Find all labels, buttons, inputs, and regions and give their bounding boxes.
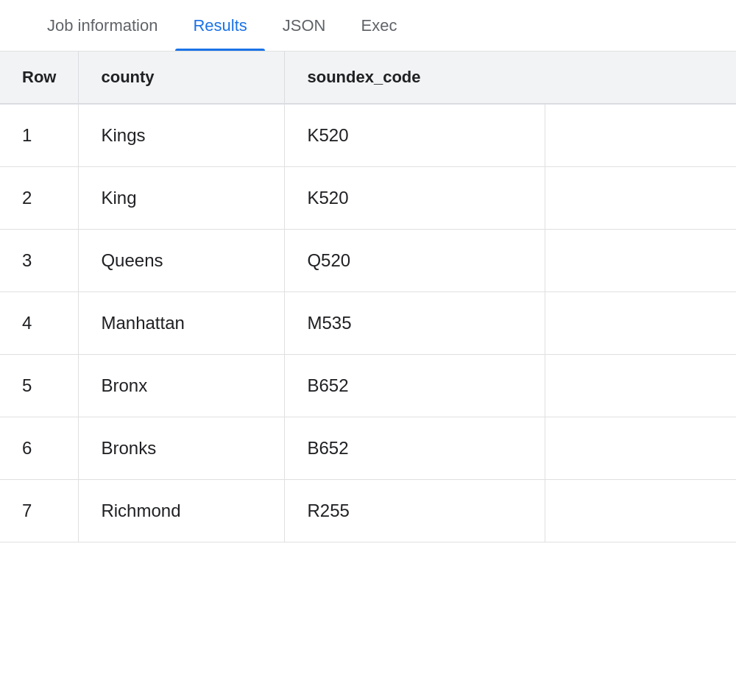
cell-county: Manhattan [79, 292, 285, 355]
cell-county: King [79, 167, 285, 230]
table-row: 4ManhattanM535 [0, 292, 736, 355]
cell-row-number: 5 [0, 355, 79, 417]
cell-row-number: 2 [0, 167, 79, 230]
table-row: 1KingsK520 [0, 104, 736, 167]
cell-county: Bronks [79, 417, 285, 480]
table-header-row: Row county soundex_code [0, 52, 736, 104]
tab-results[interactable]: Results [175, 1, 264, 50]
cell-row-number: 3 [0, 230, 79, 292]
cell-row-number: 6 [0, 417, 79, 480]
col-header-soundex: soundex_code [285, 52, 545, 104]
cell-extra [545, 104, 736, 167]
cell-county: Queens [79, 230, 285, 292]
cell-row-number: 1 [0, 104, 79, 167]
cell-extra [545, 480, 736, 542]
tab-json[interactable]: JSON [265, 1, 344, 50]
table-row: 5BronxB652 [0, 355, 736, 417]
cell-soundex-code: R255 [285, 480, 545, 542]
cell-soundex-code: Q520 [285, 230, 545, 292]
cell-soundex-code: B652 [285, 417, 545, 480]
cell-soundex-code: K520 [285, 104, 545, 167]
col-header-extra [545, 52, 736, 104]
col-header-row: Row [0, 52, 79, 104]
table-row: 7RichmondR255 [0, 480, 736, 542]
tab-exec[interactable]: Exec [343, 1, 414, 50]
cell-county: Kings [79, 104, 285, 167]
cell-extra [545, 167, 736, 230]
table-row: 6BronksB652 [0, 417, 736, 480]
table-row: 2KingK520 [0, 167, 736, 230]
results-table-wrapper: Row county soundex_code 1KingsK5202KingK… [0, 52, 736, 542]
cell-extra [545, 417, 736, 480]
cell-row-number: 4 [0, 292, 79, 355]
tabs-bar: Job information Results JSON Exec [0, 0, 736, 52]
cell-county: Bronx [79, 355, 285, 417]
cell-soundex-code: B652 [285, 355, 545, 417]
cell-soundex-code: M535 [285, 292, 545, 355]
cell-extra [545, 230, 736, 292]
col-header-county: county [79, 52, 285, 104]
cell-row-number: 7 [0, 480, 79, 542]
cell-extra [545, 355, 736, 417]
results-table: Row county soundex_code 1KingsK5202KingK… [0, 52, 736, 542]
cell-extra [545, 292, 736, 355]
cell-county: Richmond [79, 480, 285, 542]
table-row: 3QueensQ520 [0, 230, 736, 292]
tab-job-information[interactable]: Job information [29, 1, 175, 50]
cell-soundex-code: K520 [285, 167, 545, 230]
